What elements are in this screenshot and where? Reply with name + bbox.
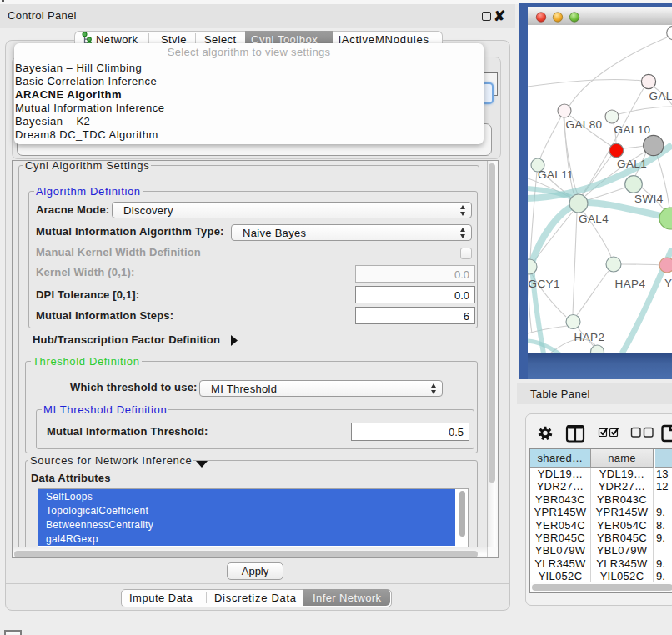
svg-text:GAL80: GAL80 [566,118,603,131]
svg-text:HAP4: HAP4 [615,278,646,290]
svg-text:GAL10: GAL10 [614,123,651,136]
svg-text:GAL11: GAL11 [538,168,574,181]
svg-text:GAL4: GAL4 [579,212,609,225]
svg-text:GAL7: GAL7 [649,90,672,102]
svg-text:HAP2: HAP2 [574,331,605,343]
svg-text:SWI4: SWI4 [634,192,664,205]
svg-text:GAL1: GAL1 [617,158,647,170]
svg-text:GCY1: GCY1 [529,278,560,290]
svg-text:YD: YD [664,277,672,289]
